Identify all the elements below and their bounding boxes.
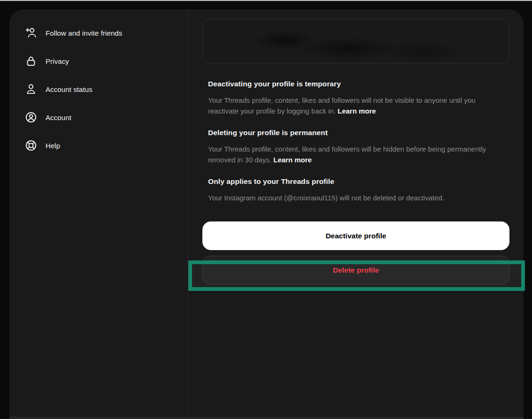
settings-sidebar: Follow and invite friends Privacy Accoun…	[25, 19, 180, 160]
sidebar-item-label: Follow and invite friends	[46, 29, 122, 37]
sidebar-item-account-status[interactable]: Account status	[25, 75, 180, 103]
section-body: Your Threads profile, content, likes and…	[208, 95, 504, 116]
learn-more-link[interactable]: Learn more	[273, 156, 312, 164]
person-icon	[25, 83, 37, 95]
person-circle-icon	[25, 111, 37, 123]
deactivate-profile-button[interactable]: Deactivate profile	[202, 221, 509, 250]
delete-profile-button[interactable]: Delete profile	[202, 256, 509, 285]
sidebar-item-label: Privacy	[46, 57, 69, 65]
info-sections: Deactivating your profile is temporary Y…	[208, 80, 504, 215]
sidebar-item-privacy[interactable]: Privacy	[25, 47, 180, 75]
sidebar-item-label: Account status	[46, 85, 93, 93]
sidebar-item-label: Help	[46, 142, 60, 150]
section-body-text: Your Threads profile, content, likes and…	[208, 145, 486, 164]
section-heading: Deleting your profile is permanent	[208, 129, 504, 137]
sidebar-item-follow-and-invite-friends[interactable]: Follow and invite friends	[25, 19, 180, 47]
life-ring-icon	[25, 139, 37, 152]
section-body: Your Threads profile, content, likes and…	[208, 144, 504, 165]
section-body-text: Your Instagram account (@croixraoul115) …	[208, 194, 444, 202]
window-top-edge	[0, 0, 532, 1]
lock-icon	[25, 55, 37, 67]
sidebar-item-help[interactable]: Help	[25, 131, 180, 160]
add-person-icon	[25, 27, 37, 39]
section-body: Your Instagram account (@croixraoul115) …	[208, 192, 504, 203]
sidebar-item-account[interactable]: Account	[25, 103, 180, 131]
section-deactivating-temporary: Deactivating your profile is temporary Y…	[208, 80, 504, 116]
learn-more-link[interactable]: Learn more	[338, 107, 376, 115]
sidebar-item-label: Account	[46, 114, 71, 122]
redacted-header-box	[202, 19, 509, 63]
section-heading: Deactivating your profile is temporary	[208, 80, 504, 88]
sidebar-content-divider	[188, 9, 188, 417]
window-bottom-edge	[9, 417, 524, 419]
section-only-applies-threads: Only applies to your Threads profile You…	[208, 177, 504, 203]
section-heading: Only applies to your Threads profile	[208, 177, 504, 186]
section-deleting-permanent: Deleting your profile is permanent Your …	[208, 129, 504, 165]
